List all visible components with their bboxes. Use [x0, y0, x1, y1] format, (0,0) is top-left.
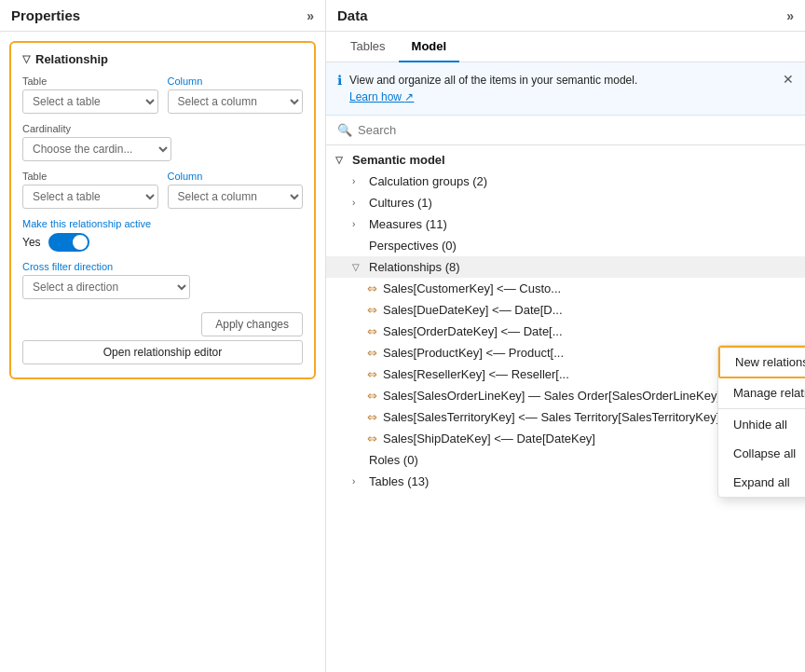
- rel-icon-7: ⇔: [367, 432, 377, 446]
- table-column-row-2: Table Select a table Column Select a col…: [22, 171, 303, 209]
- column1-label: Column: [168, 75, 304, 87]
- rel-label-5: Sales[SalesOrderLineKey] — Sales Order[S…: [383, 389, 720, 403]
- learn-how-link[interactable]: Learn how ↗: [349, 90, 414, 103]
- tree-item-rel-0[interactable]: ⇔ Sales[CustomerKey] <— Custo...: [326, 278, 805, 299]
- table-column-row-1: Table Select a table Column Select a col…: [22, 75, 303, 114]
- tree-item-measures[interactable]: › Measures (11): [326, 213, 805, 235]
- tables-chevron: ›: [352, 476, 365, 487]
- measures-chevron: ›: [352, 219, 365, 229]
- properties-title: Properties: [11, 7, 80, 23]
- right-panel-header: Data »: [326, 0, 805, 32]
- column2-label: Column: [168, 171, 304, 182]
- toggle-slider: [48, 233, 89, 252]
- context-menu-new-relationship[interactable]: New relationship: [718, 346, 805, 378]
- data-title: Data: [337, 7, 368, 23]
- rel-icon-3: ⇔: [367, 346, 377, 360]
- close-banner-button[interactable]: ✕: [783, 72, 794, 87]
- tree-item-rel-2[interactable]: ⇔ Sales[OrderDateKey] <— Date[...: [326, 321, 805, 342]
- right-collapse-icon[interactable]: »: [786, 8, 794, 23]
- cardinality-label: Cardinality: [22, 123, 303, 134]
- search-icon: 🔍: [337, 123, 352, 137]
- toggle-container: Yes: [22, 233, 303, 252]
- column2-group: Column Select a column: [168, 171, 304, 209]
- table1-select[interactable]: Select a table: [22, 89, 158, 114]
- context-menu-expand-all[interactable]: Expand all: [718, 468, 805, 497]
- tree-item-relationships[interactable]: ▽ Relationships (8): [326, 256, 805, 278]
- rel-icon-6: ⇔: [367, 410, 377, 424]
- rel-label-0: Sales[CustomerKey] <— Custo...: [383, 281, 561, 295]
- info-text: View and organize all of the items in yo…: [349, 72, 775, 105]
- rel-icon-2: ⇔: [367, 324, 377, 338]
- info-message: View and organize all of the items in yo…: [349, 74, 637, 87]
- calc-groups-label: Calculation groups (2): [369, 174, 487, 188]
- tab-tables[interactable]: Tables: [337, 32, 399, 62]
- tree-item-perspectives[interactable]: › Perspectives (0): [326, 235, 805, 256]
- active-toggle-switch[interactable]: [48, 233, 89, 252]
- tree-item-cultures[interactable]: › Cultures (1): [326, 192, 805, 213]
- open-relationship-editor-button[interactable]: Open relationship editor: [22, 340, 303, 364]
- relationships-label: Relationships (8): [369, 260, 460, 274]
- semantic-model-chevron: ▽: [335, 155, 348, 165]
- left-panel-header: Properties »: [0, 0, 325, 32]
- table1-group: Table Select a table: [22, 75, 158, 114]
- search-input[interactable]: [358, 123, 794, 137]
- column2-select[interactable]: Select a column: [168, 185, 304, 209]
- relationship-chevron: ▽: [22, 53, 30, 65]
- active-toggle-row: Make this relationship active Yes: [22, 218, 303, 252]
- context-menu: New relationship Manage relationships Un…: [717, 345, 805, 498]
- right-panel: Data » Tables Model ℹ View and organize …: [326, 0, 805, 672]
- rel-icon-5: ⇔: [367, 389, 377, 403]
- measures-label: Measures (11): [369, 217, 447, 231]
- column1-group: Column Select a column: [168, 75, 304, 114]
- column1-select[interactable]: Select a column: [168, 89, 304, 114]
- rel-label-2: Sales[OrderDateKey] <— Date[...: [383, 324, 563, 338]
- cardinality-group: Cardinality Choose the cardin...: [22, 123, 303, 161]
- table2-group: Table Select a table: [22, 171, 158, 209]
- toggle-yes-text: Yes: [22, 236, 41, 249]
- left-panel: Properties » ▽ Relationship Table Select…: [0, 0, 326, 672]
- table2-label: Table: [22, 171, 158, 182]
- relationship-section: ▽ Relationship Table Select a table Colu…: [9, 41, 316, 379]
- rel-label-1: Sales[DueDateKey] <— Date[D...: [383, 303, 563, 317]
- rel-icon-0: ⇔: [367, 281, 377, 295]
- info-banner: ℹ View and organize all of the items in …: [326, 62, 805, 116]
- context-menu-manage-relationships[interactable]: Manage relationships: [718, 378, 805, 407]
- tree-item-calculation-groups[interactable]: › Calculation groups (2): [326, 171, 805, 192]
- roles-label: Roles (0): [369, 453, 418, 467]
- calc-groups-chevron: ›: [352, 176, 365, 186]
- cultures-chevron: ›: [352, 198, 365, 208]
- relationship-section-header[interactable]: ▽ Relationship: [22, 52, 303, 66]
- tables-label: Tables (13): [369, 474, 429, 488]
- relationships-chevron: ▽: [352, 262, 365, 272]
- action-buttons: Apply changes Open relationship editor: [22, 312, 303, 364]
- rel-label-6: Sales[SalesTerritoryKey] <— Sales Territ…: [383, 410, 719, 424]
- cross-filter-select[interactable]: Select a direction: [22, 275, 190, 299]
- table2-select[interactable]: Select a table: [22, 185, 158, 209]
- tabs-row: Tables Model: [326, 32, 805, 62]
- cultures-label: Cultures (1): [369, 196, 432, 210]
- rel-icon-4: ⇔: [367, 367, 377, 381]
- relationship-label: Relationship: [35, 52, 108, 66]
- semantic-model-label: Semantic model: [352, 153, 445, 167]
- context-menu-divider: [718, 408, 805, 409]
- cross-filter-label: Cross filter direction: [22, 261, 303, 272]
- rel-label-7: Sales[ShipDateKey] <— Date[DateKey]: [383, 432, 595, 446]
- rel-icon-1: ⇔: [367, 303, 377, 317]
- search-bar: 🔍: [326, 116, 805, 145]
- tree-item-rel-1[interactable]: ⇔ Sales[DueDateKey] <— Date[D...: [326, 299, 805, 321]
- cardinality-select[interactable]: Choose the cardin...: [22, 137, 171, 161]
- perspectives-label: Perspectives (0): [369, 239, 457, 253]
- left-collapse-icon[interactable]: »: [307, 8, 314, 23]
- active-toggle-label: Make this relationship active: [22, 218, 303, 229]
- cross-filter-group: Cross filter direction Select a directio…: [22, 261, 303, 299]
- info-icon: ℹ: [337, 73, 342, 88]
- semantic-model-root[interactable]: ▽ Semantic model: [326, 149, 805, 171]
- tab-model[interactable]: Model: [399, 32, 460, 62]
- context-menu-unhide-all[interactable]: Unhide all: [718, 410, 805, 439]
- context-menu-collapse-all[interactable]: Collapse all: [718, 439, 805, 468]
- apply-changes-button[interactable]: Apply changes: [201, 312, 303, 336]
- rel-label-3: Sales[ProductKey] <— Product[...: [383, 346, 564, 360]
- table1-label: Table: [22, 75, 158, 87]
- rel-label-4: Sales[ResellerKey] <— Reseller[...: [383, 367, 569, 381]
